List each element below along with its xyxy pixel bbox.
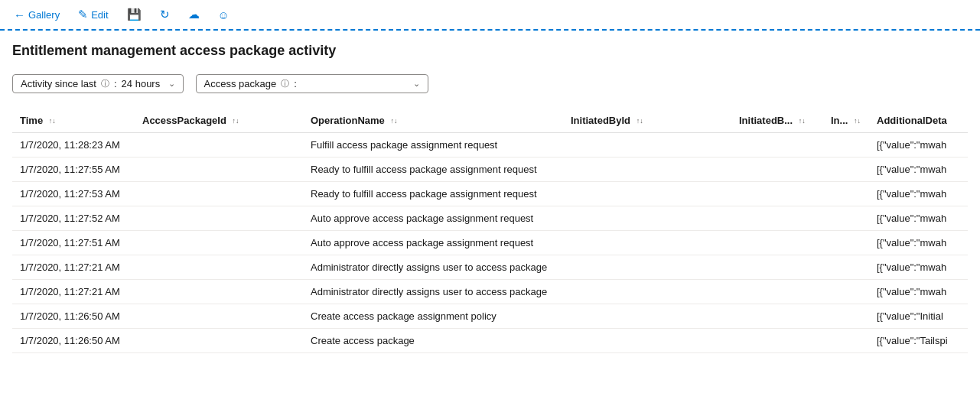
cell-operationName-6: Administrator directly assigns user to a…	[303, 280, 563, 304]
sort-icon-opname[interactable]: ↑↓	[390, 118, 397, 125]
package-colon: :	[294, 78, 297, 89]
cell-initiatedById-6	[563, 280, 731, 304]
table-row[interactable]: 1/7/2020, 11:27:51 AMAuto approve access…	[12, 231, 968, 255]
cell-time-0: 1/7/2020, 11:28:23 AM	[12, 133, 135, 158]
package-select[interactable]	[301, 78, 409, 89]
activity-filter-label: Activity since last	[21, 78, 96, 89]
sort-icon-in[interactable]: ↑↓	[854, 118, 861, 125]
cell-operationName-0: Fulfill access package assignment reques…	[303, 133, 563, 158]
cell-initiatedById-4	[563, 231, 731, 255]
cell-time-5: 1/7/2020, 11:27:21 AM	[12, 255, 135, 280]
cell-operationName-2: Ready to fulfill access package assignme…	[303, 182, 563, 206]
cell-in-0	[823, 133, 869, 158]
save-icon: 💾	[127, 8, 142, 21]
cell-in-2	[823, 182, 869, 206]
table-header-row: Time ↑↓ AccessPackageId ↑↓ OperationName…	[12, 109, 968, 133]
cell-initiatedByB-6	[731, 280, 823, 304]
activity-chevron-icon: ⌄	[168, 79, 175, 89]
refresh-button[interactable]: ↻	[155, 5, 174, 24]
cell-additionalDeta-2: [{"value":"mwah	[869, 182, 968, 206]
cell-accessPackageId-4	[135, 231, 303, 255]
cell-initiatedById-2	[563, 182, 731, 206]
cell-in-1	[823, 158, 869, 182]
cell-initiatedByB-7	[731, 304, 823, 329]
cell-in-5	[823, 255, 869, 280]
table-row[interactable]: 1/7/2020, 11:27:55 AMReady to fulfill ac…	[12, 158, 968, 182]
sort-icon-time[interactable]: ↑↓	[49, 118, 56, 125]
cell-initiatedById-1	[563, 158, 731, 182]
cell-time-2: 1/7/2020, 11:27:53 AM	[12, 182, 135, 206]
filters-row: Activity since last ⓘ : 24 hours 1 hour …	[12, 74, 968, 93]
cell-initiatedByB-4	[731, 231, 823, 255]
save-button[interactable]: 💾	[122, 5, 146, 24]
cell-additionalDeta-8: [{"value":"Tailspi	[869, 329, 968, 353]
cell-additionalDeta-7: [{"value":"Initial	[869, 304, 968, 329]
col-header-initiatedb[interactable]: InitiatedB... ↑↓	[731, 109, 823, 133]
table-row[interactable]: 1/7/2020, 11:26:50 AMCreate access packa…	[12, 304, 968, 329]
arrow-left-icon: ←	[14, 8, 25, 21]
emoji-icon: ☺	[218, 8, 230, 21]
col-header-accesspackageid[interactable]: AccessPackageId ↑↓	[135, 109, 303, 133]
cell-operationName-7: Create access package assignment policy	[303, 304, 563, 329]
cell-operationName-1: Ready to fulfill access package assignme…	[303, 158, 563, 182]
sort-icon-initbyid[interactable]: ↑↓	[637, 118, 643, 125]
table-body: 1/7/2020, 11:28:23 AMFulfill access pack…	[12, 133, 968, 353]
col-header-operationname[interactable]: OperationName ↑↓	[303, 109, 563, 133]
cell-in-6	[823, 280, 869, 304]
col-header-initiatedbyid[interactable]: InitiatedById ↑↓	[563, 109, 731, 133]
cell-initiatedByB-2	[731, 182, 823, 206]
emoji-button[interactable]: ☺	[213, 5, 234, 24]
cell-time-7: 1/7/2020, 11:26:50 AM	[12, 304, 135, 329]
cell-initiatedById-7	[563, 304, 731, 329]
cell-accessPackageId-7	[135, 304, 303, 329]
activity-filter-group: Activity since last ⓘ : 24 hours 1 hour …	[12, 74, 184, 93]
table-row[interactable]: 1/7/2020, 11:27:53 AMReady to fulfill ac…	[12, 182, 968, 206]
cell-operationName-3: Auto approve access package assignment r…	[303, 206, 563, 231]
cell-accessPackageId-2	[135, 182, 303, 206]
cell-additionalDeta-3: [{"value":"mwah	[869, 206, 968, 231]
cell-accessPackageId-8	[135, 329, 303, 353]
cell-initiatedById-3	[563, 206, 731, 231]
cell-time-3: 1/7/2020, 11:27:52 AM	[12, 206, 135, 231]
data-table: Time ↑↓ AccessPackageId ↑↓ OperationName…	[12, 109, 968, 353]
cell-additionalDeta-1: [{"value":"mwah	[869, 158, 968, 182]
package-info-icon[interactable]: ⓘ	[281, 78, 289, 89]
cell-additionalDeta-6: [{"value":"mwah	[869, 280, 968, 304]
refresh-icon: ↻	[160, 8, 170, 21]
cell-time-6: 1/7/2020, 11:27:21 AM	[12, 280, 135, 304]
cell-initiatedByB-5	[731, 255, 823, 280]
table-row[interactable]: 1/7/2020, 11:27:21 AMAdministrator direc…	[12, 280, 968, 304]
table-row[interactable]: 1/7/2020, 11:27:21 AMAdministrator direc…	[12, 255, 968, 280]
cell-operationName-8: Create access package	[303, 329, 563, 353]
cell-additionalDeta-4: [{"value":"mwah	[869, 231, 968, 255]
table-row[interactable]: 1/7/2020, 11:26:50 AMCreate access packa…	[12, 329, 968, 353]
cell-additionalDeta-5: [{"value":"mwah	[869, 255, 968, 280]
table-row[interactable]: 1/7/2020, 11:27:52 AMAuto approve access…	[12, 206, 968, 231]
edit-label: Edit	[91, 9, 108, 21]
activity-select[interactable]: 24 hours 1 hour 6 hours 12 hours 7 days …	[122, 78, 164, 89]
col-header-additionaldata[interactable]: AdditionalDeta	[869, 109, 968, 133]
package-chevron-icon: ⌄	[413, 79, 420, 89]
cell-accessPackageId-1	[135, 158, 303, 182]
cell-accessPackageId-5	[135, 255, 303, 280]
page-title: Entitlement management access package ac…	[12, 43, 968, 59]
cell-time-1: 1/7/2020, 11:27:55 AM	[12, 158, 135, 182]
main-content: Entitlement management access package ac…	[0, 31, 980, 353]
cell-in-3	[823, 206, 869, 231]
table-row[interactable]: 1/7/2020, 11:28:23 AMFulfill access pack…	[12, 133, 968, 158]
col-header-in[interactable]: In... ↑↓	[823, 109, 869, 133]
col-header-time[interactable]: Time ↑↓	[12, 109, 135, 133]
cell-initiatedByB-8	[731, 329, 823, 353]
cell-initiatedByB-3	[731, 206, 823, 231]
sort-icon-initbyb[interactable]: ↑↓	[799, 118, 806, 125]
package-filter-label: Access package	[204, 78, 277, 89]
edit-button[interactable]: ✎ Edit	[73, 5, 112, 24]
sort-icon-pkgid[interactable]: ↑↓	[232, 118, 239, 125]
cell-in-4	[823, 231, 869, 255]
cloud-button[interactable]: ☁	[184, 5, 204, 24]
activity-info-icon[interactable]: ⓘ	[101, 78, 109, 89]
package-filter-group: Access package ⓘ : ⌄	[196, 74, 428, 93]
cell-accessPackageId-0	[135, 133, 303, 158]
gallery-button[interactable]: ← Gallery	[9, 5, 64, 24]
activity-colon: :	[114, 78, 117, 89]
